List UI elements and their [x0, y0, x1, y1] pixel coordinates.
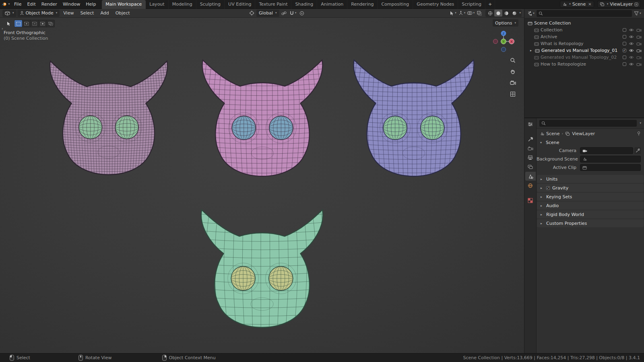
keying-sets-panel-header[interactable]: ▸ Keying Sets: [537, 193, 644, 201]
workspace-tab-main-workspace[interactable]: Main Workspace: [102, 0, 146, 9]
disable-render-camera-icon[interactable]: [636, 62, 642, 66]
outliner-search-input[interactable]: [537, 10, 632, 17]
hide-eye-icon[interactable]: [629, 49, 634, 52]
mesh-generated-medium-head[interactable]: [192, 51, 333, 178]
outliner-filter-button[interactable]: ▾: [634, 10, 642, 17]
hide-eye-icon[interactable]: [629, 62, 634, 66]
pivot-point-dropdown[interactable]: [248, 10, 256, 16]
workspace-tab-texture-paint[interactable]: Texture Paint: [255, 0, 291, 9]
snapping-link-icon[interactable]: [280, 10, 288, 16]
camera-object-field[interactable]: [580, 147, 633, 154]
outliner-item-collection[interactable]: Collection: [524, 27, 644, 33]
proportional-editing-dropdown[interactable]: [298, 10, 306, 16]
exclude-checkbox[interactable]: [623, 42, 626, 45]
shading-rendered-button[interactable]: [510, 10, 518, 16]
scene-selector[interactable]: ▾ Scene ✕: [560, 1, 594, 8]
outliner-root-scene-collection[interactable]: Scene Collection: [524, 20, 644, 27]
camera-view-icon[interactable]: [509, 79, 517, 87]
hide-eye-icon[interactable]: [629, 35, 634, 39]
exclude-checkbox[interactable]: [623, 62, 626, 66]
transform-orientation-dropdown[interactable]: Global ▾: [256, 10, 279, 17]
select-mode-intersect-icon[interactable]: [47, 20, 54, 27]
hide-eye-icon[interactable]: [629, 42, 634, 45]
tab-output[interactable]: [525, 153, 536, 162]
menu-help[interactable]: Help: [83, 0, 99, 8]
outliner-editor-type-button[interactable]: ▾: [527, 10, 535, 17]
add-workspace-button[interactable]: +: [485, 0, 495, 9]
scene-panel-header[interactable]: ▾ Scene: [537, 138, 644, 146]
expand-triangle-icon[interactable]: ▸: [530, 49, 533, 52]
xray-toggle[interactable]: [475, 10, 483, 16]
exclude-checkbox[interactable]: [623, 28, 626, 32]
breadcrumb-viewlayer[interactable]: ViewLayer: [572, 131, 595, 136]
view-menu[interactable]: View: [60, 9, 76, 17]
exclude-checkbox[interactable]: [623, 56, 626, 59]
snap-magnet-dropdown[interactable]: ▾: [289, 10, 297, 16]
tab-tool[interactable]: [525, 135, 536, 144]
breadcrumb-scene[interactable]: Scene: [546, 131, 560, 136]
tab-scene[interactable]: [525, 172, 536, 181]
gizmo-x-ball[interactable]: X: [509, 39, 514, 44]
hide-eye-icon[interactable]: [629, 28, 634, 32]
mesh-generated-dense-head[interactable]: [39, 52, 178, 176]
zoom-icon[interactable]: [509, 56, 517, 64]
gizmo-minus-z-ball[interactable]: [501, 47, 506, 51]
disable-render-camera-icon[interactable]: [636, 35, 642, 39]
gizmos-dropdown[interactable]: ▾: [458, 10, 466, 16]
viewlayer-selector[interactable]: ▾ ViewLayer: [597, 1, 641, 8]
navigation-gizmo[interactable]: Z X Y: [492, 30, 515, 53]
workspace-tab-shading[interactable]: Shading: [291, 0, 317, 9]
active-clip-field[interactable]: [580, 164, 641, 171]
object-menu[interactable]: Object: [113, 9, 133, 17]
tab-view-layer[interactable]: [525, 162, 536, 171]
disable-render-camera-icon[interactable]: [636, 28, 642, 32]
object-types-visibility-dropdown[interactable]: ▾: [449, 10, 457, 16]
shading-solid-button[interactable]: [494, 10, 502, 16]
outliner-item-archive[interactable]: Archive: [524, 33, 644, 40]
orthographic-grid-icon[interactable]: [509, 90, 517, 98]
exclude-checkbox-checked[interactable]: ✓: [623, 49, 626, 52]
select-menu[interactable]: Select: [77, 9, 97, 17]
disable-render-camera-icon[interactable]: [636, 42, 642, 46]
eyedropper-icon[interactable]: [634, 147, 641, 154]
properties-editor-type-button[interactable]: [525, 120, 536, 129]
pin-icon[interactable]: [637, 131, 641, 136]
select-mode-extend-icon[interactable]: [23, 20, 30, 27]
pan-hand-icon[interactable]: [509, 68, 517, 76]
outliner-item-generated-vs-manual-topology-01[interactable]: ▸ Generated vs Manual Topology_01 ✓: [524, 47, 644, 54]
audio-panel-header[interactable]: ▸ Audio: [537, 202, 644, 210]
add-menu[interactable]: Add: [97, 9, 111, 17]
hide-eye-icon[interactable]: [629, 56, 634, 59]
mode-dropdown[interactable]: Object Mode ▾: [17, 10, 60, 17]
gravity-panel-header[interactable]: ▸ ✓ Gravity: [537, 184, 644, 192]
select-mode-set-icon[interactable]: [14, 20, 22, 27]
units-panel-header[interactable]: ▸ Units: [537, 175, 644, 183]
workspace-tab-compositing[interactable]: Compositing: [378, 0, 413, 9]
new-viewlayer-icon[interactable]: [634, 2, 638, 6]
tab-world[interactable]: [525, 181, 536, 190]
chevron-down-icon[interactable]: ▾: [640, 122, 641, 125]
workspace-tab-uv-editing[interactable]: UV Editing: [225, 0, 255, 9]
blender-logo-icon[interactable]: ▾: [0, 0, 11, 9]
select-mode-invert-icon[interactable]: [39, 20, 46, 27]
properties-search-input[interactable]: [539, 120, 637, 127]
workspace-tab-animation[interactable]: Animation: [317, 0, 347, 9]
background-scene-field[interactable]: [580, 156, 641, 162]
gizmo-z-ball[interactable]: Z: [501, 31, 506, 36]
active-tool-icon[interactable]: [5, 20, 12, 27]
workspace-tab-sculpting[interactable]: Sculpting: [196, 0, 225, 9]
gravity-checkbox[interactable]: ✓: [546, 186, 550, 190]
tab-render[interactable]: [525, 144, 536, 153]
gizmo-y-ball[interactable]: Y: [501, 39, 506, 44]
menu-render[interactable]: Render: [39, 0, 60, 8]
viewport-canvas[interactable]: › Front Orthographic (0) Scene Collectio…: [0, 18, 524, 353]
overlays-dropdown[interactable]: ▾: [466, 10, 475, 16]
toolbar-expand-arrow[interactable]: ›: [2, 27, 3, 31]
disable-render-camera-icon[interactable]: [636, 56, 642, 60]
custom-properties-panel-header[interactable]: ▸ Custom Properties: [537, 219, 644, 227]
menu-edit[interactable]: Edit: [24, 0, 38, 8]
editor-type-button[interactable]: ▾: [2, 10, 17, 17]
workspace-tab-geometry-nodes[interactable]: Geometry Nodes: [413, 0, 458, 9]
mesh-generated-purple-head[interactable]: [343, 51, 485, 178]
menu-file[interactable]: File: [11, 0, 24, 8]
